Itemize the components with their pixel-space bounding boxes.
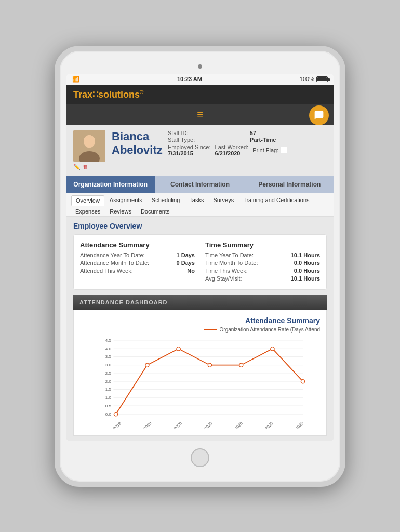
svg-text:3.5: 3.5: [105, 354, 112, 359]
employed-since-value: 7/31/2015: [168, 150, 211, 156]
main-content: Employee Overview Attendance Summary Att…: [66, 217, 334, 441]
avatar-image: [73, 130, 105, 162]
chart-area: Attendance Summary Organization Attendan…: [73, 310, 327, 436]
employed-since-block: Employed Since: 7/31/2015: [168, 144, 211, 156]
sub-tabs: Overview Assignments Scheduling Tasks Su…: [66, 193, 334, 217]
time-label-0: Time Year To Date:: [205, 252, 254, 258]
logo-solutions: solutions: [98, 89, 140, 100]
wifi-icon: 📶: [72, 76, 79, 83]
svg-text:1.0: 1.0: [105, 395, 112, 400]
tab-contact-info[interactable]: Contact Information: [155, 176, 245, 193]
sub-tab-reviews[interactable]: Reviews: [105, 207, 136, 216]
section-title: Employee Overview: [73, 222, 327, 230]
svg-text:Dec 2019: Dec 2019: [106, 420, 122, 429]
status-time: 10:23 AM: [177, 76, 202, 82]
chat-icon: [314, 110, 324, 121]
svg-text:4.5: 4.5: [105, 338, 112, 342]
time-row-3: Avg Stay/Visit: 10.1 Hours: [205, 275, 320, 282]
svg-text:2.5: 2.5: [105, 370, 112, 375]
svg-text:May 2020: May 2020: [258, 420, 274, 429]
tab-headers: Organization Information Contact Informa…: [66, 176, 334, 193]
logo-dot: ∷: [92, 89, 98, 100]
edit-avatar-icon[interactable]: ✏️: [73, 164, 81, 170]
employed-since-label: Employed Since:: [168, 144, 211, 150]
attendance-label-2: Attended This Week:: [80, 268, 133, 274]
sub-tab-assignments[interactable]: Assignments: [105, 195, 146, 206]
sub-tab-scheduling[interactable]: Scheduling: [148, 195, 184, 206]
device-screen: 📶 10:23 AM 100% Trax∷solutions® ≡: [66, 74, 334, 441]
svg-text:2.0: 2.0: [105, 379, 112, 383]
battery-percent: 100%: [300, 76, 314, 82]
profile-last-name: Abelovitz: [112, 143, 164, 157]
attendance-summary-title: Attendance Summary: [80, 241, 195, 249]
sub-tab-training[interactable]: Training and Certifications: [239, 195, 313, 206]
svg-text:4.0: 4.0: [105, 346, 112, 351]
last-worked-block: Last Worked: 6/21/2020: [215, 144, 249, 156]
profile-area: ✏️ 🗑 Bianca Abelovitz Staff ID: 57 Staff…: [66, 125, 334, 176]
avatar-actions: ✏️ 🗑: [73, 164, 105, 170]
chart-container: 4.5 4.0 3.5 3.0 2.5 2.0 1.5 1.0 0.5 0.0 …: [80, 336, 320, 429]
sub-tab-tasks[interactable]: Tasks: [185, 195, 208, 206]
avatar: [73, 130, 105, 162]
last-worked-value: 6/21/2020: [215, 150, 249, 156]
profile-details: Bianca Abelovitz Staff ID: 57 Staff Type…: [112, 130, 327, 157]
chart-point-0: [114, 412, 117, 416]
profile-info-grid: Staff ID: 57 Staff Type: Part-Time: [168, 130, 327, 143]
svg-text:0.0: 0.0: [105, 411, 112, 416]
attendance-row-2: Attended This Week: No: [80, 268, 195, 274]
profile-info: Staff ID: 57 Staff Type: Part-Time Emplo…: [168, 130, 327, 157]
legend-label: Organization Attendance Rate (Days Atten…: [220, 327, 320, 332]
svg-text:0.5: 0.5: [105, 403, 112, 408]
svg-text:Jan 2020: Jan 2020: [137, 420, 153, 429]
delete-avatar-icon[interactable]: 🗑: [83, 164, 88, 170]
staff-type-label: Staff Type:: [168, 137, 246, 143]
chat-button[interactable]: [309, 105, 329, 125]
tab-personal-info[interactable]: Personal Information: [245, 176, 334, 193]
dashboard-header: ATTENDANCE DASHBOARD: [73, 295, 327, 310]
time-row-1: Time Month To Date: 0.0 Hours: [205, 260, 320, 266]
time-value-1: 0.0 Hours: [294, 260, 320, 266]
time-label-1: Time Month To Date:: [205, 260, 258, 266]
svg-text:Jun 2020: Jun 2020: [289, 420, 304, 429]
camera-dot: [198, 64, 202, 69]
sub-tab-surveys[interactable]: Surveys: [209, 195, 238, 206]
time-value-3: 10.1 Hours: [291, 275, 320, 282]
profile-first-name: Bianca: [112, 130, 164, 143]
home-button[interactable]: [191, 448, 209, 467]
svg-text:Apr 2020: Apr 2020: [229, 420, 244, 429]
time-label-3: Avg Stay/Visit:: [205, 275, 242, 282]
chart-legend: Organization Attendance Rate (Days Atten…: [80, 327, 320, 332]
svg-text:Mar 2020: Mar 2020: [197, 420, 214, 429]
chart-title: Attendance Summary: [80, 316, 320, 325]
status-left: 📶: [72, 76, 79, 83]
chart-svg: 4.5 4.0 3.5 3.0 2.5 2.0 1.5 1.0 0.5 0.0 …: [80, 336, 320, 429]
sub-tab-documents[interactable]: Documents: [137, 207, 174, 216]
time-summary-title: Time Summary: [205, 241, 320, 249]
attendance-value-1: 0 Days: [177, 260, 195, 266]
chart-point-4: [239, 363, 243, 367]
sub-tab-overview[interactable]: Overview: [71, 195, 104, 206]
avatar-wrap: ✏️ 🗑: [73, 130, 105, 170]
battery-icon: [316, 76, 328, 82]
time-label-2: Time This Week:: [205, 268, 248, 274]
nav-bar: ≡: [66, 104, 334, 125]
device-bottom-bar: [66, 441, 334, 471]
chart-point-1: [145, 363, 149, 367]
logo-registered: ®: [140, 89, 143, 95]
device-notch: [66, 61, 334, 71]
time-row-0: Time Year To Date: 10.1 Hours: [205, 252, 320, 258]
chart-point-6: [301, 379, 304, 383]
employment-dates: Employed Since: 7/31/2015 Last Worked: 6…: [168, 144, 327, 156]
staff-id-value: 57: [250, 130, 327, 136]
time-row-2: Time This Week: 0.0 Hours: [205, 268, 320, 274]
sub-tab-expenses[interactable]: Expenses: [71, 207, 104, 216]
profile-name-col: Bianca Abelovitz: [112, 130, 164, 157]
hamburger-icon[interactable]: ≡: [197, 109, 203, 121]
status-right: 100%: [300, 76, 328, 82]
time-summary-col: Time Summary Time Year To Date: 10.1 Hou…: [205, 241, 320, 283]
chart-point-5: [271, 347, 274, 350]
attendance-label-1: Attendance Month To Date:: [80, 260, 149, 266]
attendance-row-0: Attendance Year To Date: 1 Days: [80, 252, 195, 258]
print-flag-checkbox[interactable]: [281, 147, 287, 153]
tab-org-info[interactable]: Organization Information: [66, 176, 155, 193]
